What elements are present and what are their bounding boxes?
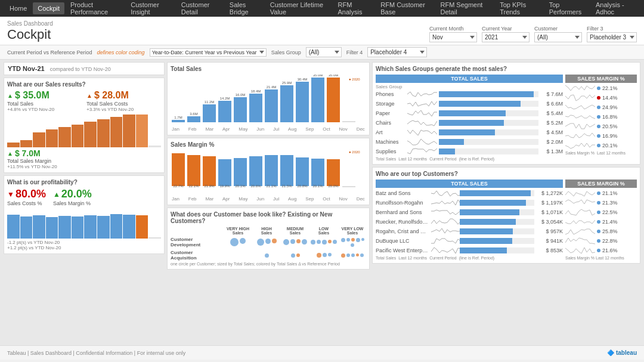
nav-product-perf[interactable]: Product Performance [66,0,125,18]
cust-ml1: Sales Margin % [565,256,595,260]
bubble [322,240,327,245]
filter4-select[interactable]: Placeholder 4 [367,47,427,57]
bubble [296,239,301,243]
svg-rect-29 [249,156,262,186]
sg-sparkline [407,90,437,98]
nav-rfm-analysis[interactable]: RFM Analysis [333,0,374,18]
filter-month-select[interactable]: Nov [429,32,477,42]
cb-very-high: VERY HIGHSales [224,227,252,235]
filter3-select[interactable]: Placeholder 3 [587,32,637,42]
nav-rfm-segment[interactable]: RFM Segment Detail [435,0,494,18]
sg-row: Storage $ 6.6M [376,100,563,108]
bubble [323,253,327,257]
svg-rect-26 [203,156,216,186]
bar-apr [46,129,58,147]
cust-row: Batz and Sons $ 1,272K [376,189,563,197]
nav-top-kpis[interactable]: Top KPIs Trends [495,0,543,18]
cust-bar-fill [460,200,526,206]
sales-margin-title: Sales Margin % [171,141,366,148]
sg-value: $ 7.6M [540,91,563,97]
bubble [317,240,321,244]
sg-margin-row: 22.1% [565,84,637,92]
sales-group-select[interactable]: (All) [306,47,342,57]
total-sales-kpi: ▲ $ 35.0M Total Sales +4.8% vs YTD Nov-2… [7,90,82,112]
prof-bar8 [97,216,110,239]
bubble [257,239,264,246]
nav-rfm-customer-base[interactable]: RFM Customer Base [376,0,434,18]
cb-vl-acq [339,253,366,258]
sg-margin-sparkline [565,113,595,121]
mid-column: Total Sales [167,62,370,343]
svg-rect-7 [280,85,293,122]
sg-margin-pct: 16.9% [602,133,618,139]
sg-bar-bg [439,139,538,145]
cust-value: $ 1,071K [536,209,563,215]
svg-rect-33 [311,159,324,186]
svg-rect-25 [187,155,200,186]
bar-jul [84,122,97,147]
cust-row: DuBuque LLC $ 941K [376,237,563,245]
svg-text:3.6M: 3.6M [190,112,197,116]
sg-margin-dot [597,96,600,100]
cust-bar-fill [460,219,516,225]
sg-bar-label [438,84,563,89]
bar-aug [97,119,110,147]
sg-margin-pct: 24.9% [602,104,618,110]
cust-name: Ruecker, Runolfsdottir and ... [376,219,429,225]
total-sales-months: JanFebMarAprMayJunJulAugSepOctNovDec [171,126,366,132]
cust-margin-sparkline [565,189,595,197]
sg-spark-label [407,84,436,89]
sg-group-label: Sales Group [376,84,405,89]
bubble [296,253,300,257]
svg-text:1.7M: 1.7M [174,116,182,119]
sg-legend-period: Current Period [429,157,457,161]
bubble [351,238,355,242]
ytd-compared: compared to YTD Nov-20 [50,66,111,72]
cust-margin-pct: 21.6% [602,247,618,253]
sg-margin-dot [597,86,600,90]
svg-text:21.4M: 21.4M [267,85,277,89]
sg-row: Art $ 4.5M [376,128,563,137]
customers-panels: TOTAL SALES Batz and Sons $ 1,272K Runol… [376,180,637,260]
nav-top-performers[interactable]: Top Performers [544,0,590,18]
period-select[interactable]: Year-to-Date: Current Year vs Previous Y… [150,48,267,57]
sg-group-name: Machines [376,139,405,145]
top-nav: Home Cockpit Product Performance Custome… [0,0,644,17]
cb-l-acq [310,253,338,258]
nav-analysis-adhoc[interactable]: Analysis - Adhoc [591,0,639,18]
margin-up-arrow: ▲ [53,190,60,199]
cust-name: Batz and Sons [376,190,429,196]
customer-base-title: What does our Customer base look like? E… [171,211,366,224]
total-sales-card: Total Sales [167,62,370,135]
header-left: Sales Dashboard Cockpit [7,20,53,42]
color-coding-label: defines color coding [97,49,145,55]
svg-rect-35 [342,186,355,187]
total-margin-label: Total Sales Margin [7,158,161,164]
bar-oct [123,115,135,147]
bubble [290,239,295,244]
sg-rows: Phones $ 7.6M Storage $ 6.6M Paper $ 5.4… [376,90,563,156]
cust-sparkline [431,199,458,207]
bubble [346,238,350,242]
sales-results-title: What are our Sales results? [7,81,161,88]
svg-text:21.5%: 21.5% [281,184,292,188]
cb-dev-label: CustomerDevelopment [171,237,223,247]
filter-customer-select[interactable]: (All) [534,32,582,42]
svg-text:35.0M: 35.0M [313,75,323,77]
nav-clv[interactable]: Customer Lifetime Value [265,0,332,18]
svg-rect-11 [342,121,355,122]
sg-value: $ 5.4M [540,110,563,116]
svg-rect-34 [327,159,340,186]
filter-year-select[interactable]: 2021 [482,32,530,42]
cb-very-low: VERY LOWSales [339,227,366,235]
nav-sales-bridge[interactable]: Sales Bridge [225,0,264,18]
prof-bar11 [136,215,148,239]
cb-m-acq [281,253,309,258]
costs-pct-label: Sales Costs % [7,200,46,206]
sg-bar-fill [439,129,495,135]
nav-customer-insight[interactable]: Customer Insight [126,0,175,18]
nav-home[interactable]: Home [5,2,32,14]
nav-customer-detail[interactable]: Customer Detail [177,0,224,18]
nav-cockpit[interactable]: Cockpit [33,2,64,14]
cust-margin-row: 21.3% [565,199,637,207]
